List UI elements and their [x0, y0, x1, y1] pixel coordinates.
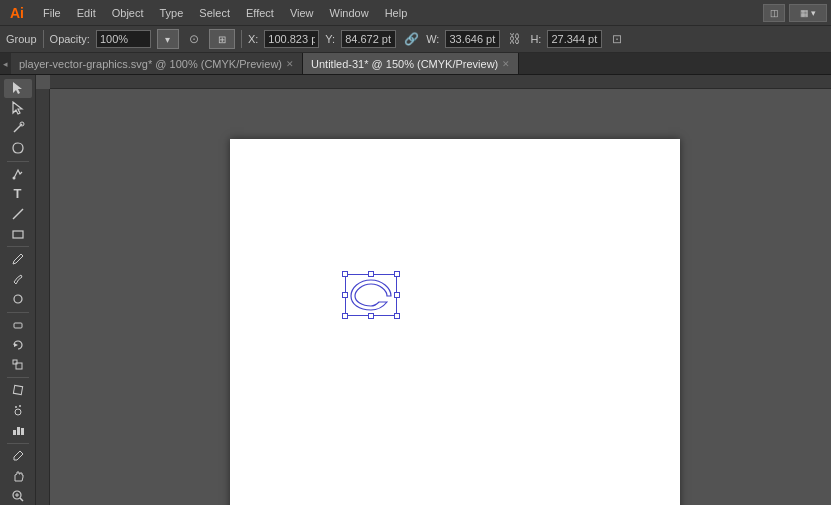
align-btn[interactable]: ⊞ [209, 29, 235, 49]
tab-scroll-left[interactable]: ◂ [0, 53, 11, 74]
y-label: Y: [325, 33, 335, 45]
magic-wand-tool-btn[interactable] [4, 119, 32, 138]
w-input[interactable] [445, 30, 500, 48]
pen-tool-btn[interactable] [4, 164, 32, 183]
svg-rect-8 [14, 323, 22, 328]
handle-top-right[interactable] [394, 271, 400, 277]
canvas-content[interactable] [50, 89, 831, 505]
tool-sep-3 [7, 312, 29, 313]
svg-point-7 [14, 295, 22, 303]
menu-type[interactable]: Type [153, 5, 191, 21]
main-area: T [0, 75, 831, 505]
handle-bottom-left[interactable] [342, 313, 348, 319]
svg-point-14 [15, 406, 17, 408]
opacity-input[interactable] [96, 30, 151, 48]
selection-tool-btn[interactable] [4, 79, 32, 98]
svg-rect-16 [13, 430, 16, 435]
eraser-tool-btn[interactable] [4, 315, 32, 334]
y-input[interactable] [341, 30, 396, 48]
svg-marker-0 [13, 82, 22, 94]
type-tool-btn[interactable]: T [4, 184, 32, 203]
constrain-icon[interactable]: ⛓ [506, 30, 524, 48]
svg-point-4 [12, 176, 15, 179]
menu-window[interactable]: Window [323, 5, 376, 21]
handle-bottom-mid[interactable] [368, 313, 374, 319]
paintbrush-tool-btn[interactable] [4, 250, 32, 269]
x-input[interactable] [264, 30, 319, 48]
handle-mid-right[interactable] [394, 292, 400, 298]
artboard [230, 139, 680, 505]
menu-select[interactable]: Select [192, 5, 237, 21]
x-label: X: [248, 33, 258, 45]
transform-icon: ⊡ [608, 30, 626, 48]
svg-rect-6 [13, 231, 23, 238]
svg-line-5 [13, 209, 23, 219]
opacity-dropdown-btn[interactable]: ▾ [157, 29, 179, 49]
free-transform-tool-btn[interactable] [4, 381, 32, 400]
menubar: Ai File Edit Object Type Select Effect V… [0, 0, 831, 25]
handle-mid-left[interactable] [342, 292, 348, 298]
handle-top-left[interactable] [342, 271, 348, 277]
link-icon: 🔗 [402, 30, 420, 48]
svg-point-15 [19, 405, 21, 407]
menubar-right: ◫ ▦ ▾ [763, 4, 827, 22]
svg-line-20 [20, 498, 23, 501]
tool-sep-5 [7, 443, 29, 444]
menu-help[interactable]: Help [378, 5, 415, 21]
tab-label-1: player-vector-graphics.svg* @ 100% (CMYK… [19, 58, 282, 70]
toolbar: T [0, 75, 36, 505]
controlbar: Group Opacity: ▾ ⊙ ⊞ X: Y: 🔗 W: ⛓ H: ⊡ [0, 25, 831, 53]
svg-rect-18 [21, 428, 24, 435]
canvas-area[interactable] [36, 75, 831, 505]
tab-untitled31[interactable]: Untitled-31* @ 150% (CMYK/Preview) ✕ [303, 53, 519, 74]
handle-bottom-right[interactable] [394, 313, 400, 319]
menu-file[interactable]: File [36, 5, 68, 21]
hand-tool-btn[interactable] [4, 466, 32, 485]
selected-object[interactable] [345, 274, 397, 316]
tool-sep-2 [7, 246, 29, 247]
menu-effect[interactable]: Effect [239, 5, 281, 21]
styles-icon: ⊙ [185, 30, 203, 48]
handle-top-mid[interactable] [368, 271, 374, 277]
artboard-nav-button[interactable]: ◫ [763, 4, 785, 22]
vector-shape [349, 278, 393, 312]
group-label: Group [6, 33, 37, 45]
ruler-vertical [36, 89, 50, 505]
tab-label-2: Untitled-31* @ 150% (CMYK/Preview) [311, 58, 498, 70]
menu-object[interactable]: Object [105, 5, 151, 21]
ctrl-divider-2 [241, 30, 242, 48]
menu-view[interactable]: View [283, 5, 321, 21]
h-label: H: [530, 33, 541, 45]
blob-brush-tool-btn[interactable] [4, 290, 32, 309]
lasso-tool-btn[interactable] [4, 139, 32, 158]
rotate-tool-btn[interactable] [4, 335, 32, 354]
eyedropper-tool-btn[interactable] [4, 446, 32, 465]
svg-rect-12 [13, 386, 22, 395]
tab-close-1[interactable]: ✕ [286, 59, 294, 69]
tabsbar: ◂ player-vector-graphics.svg* @ 100% (CM… [0, 53, 831, 75]
rectangle-tool-btn[interactable] [4, 224, 32, 243]
zoom-tool-btn[interactable] [4, 486, 32, 505]
symbol-sprayer-tool-btn[interactable] [4, 401, 32, 420]
opacity-label: Opacity: [50, 33, 90, 45]
tool-sep-1 [7, 161, 29, 162]
menu-edit[interactable]: Edit [70, 5, 103, 21]
workspace-button[interactable]: ▦ ▾ [789, 4, 827, 22]
svg-rect-17 [17, 427, 20, 435]
svg-point-13 [15, 409, 21, 415]
line-tool-btn[interactable] [4, 204, 32, 223]
ctrl-divider-1 [43, 30, 44, 48]
svg-marker-1 [13, 102, 22, 114]
tool-sep-4 [7, 377, 29, 378]
scale-tool-btn[interactable] [4, 355, 32, 374]
column-graph-tool-btn[interactable] [4, 421, 32, 440]
ruler-horizontal [50, 75, 831, 89]
tab-player-vector[interactable]: player-vector-graphics.svg* @ 100% (CMYK… [11, 53, 303, 74]
tab-close-2[interactable]: ✕ [502, 59, 510, 69]
w-label: W: [426, 33, 439, 45]
pencil-tool-btn[interactable] [4, 270, 32, 289]
type-icon: T [14, 186, 22, 201]
app-logo: Ai [4, 5, 30, 21]
direct-selection-tool-btn[interactable] [4, 99, 32, 118]
h-input[interactable] [547, 30, 602, 48]
